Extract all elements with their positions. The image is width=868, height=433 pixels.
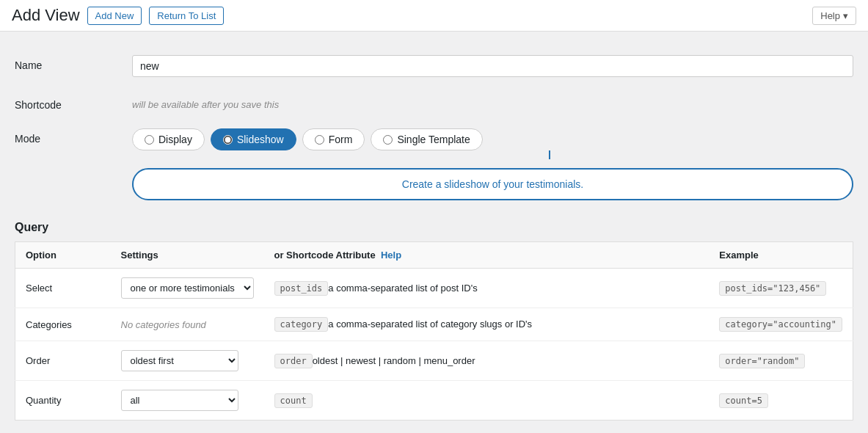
- page-title: Add View: [12, 6, 80, 25]
- col-header-example: Example: [709, 242, 853, 269]
- help-label: Help: [820, 10, 840, 21]
- query-shortcode-2: orderoldest | newest | random | menu_ord…: [264, 341, 710, 381]
- query-example-3: count=5: [709, 381, 853, 421]
- name-label: Name: [15, 55, 132, 71]
- chevron-down-icon: ▾: [843, 10, 848, 21]
- shortcode-badge-3: count: [274, 393, 313, 408]
- name-input[interactable]: [132, 55, 853, 77]
- query-table: Option Settings or Shortcode Attribute H…: [15, 241, 853, 421]
- query-settings-text-1: No categories found: [121, 319, 206, 330]
- col-header-settings: Settings: [111, 242, 264, 269]
- help-button[interactable]: Help ▾: [812, 7, 856, 25]
- top-bar: Add View Add New Return To List Help ▾: [0, 0, 868, 32]
- table-header-row: Option Settings or Shortcode Attribute H…: [15, 242, 853, 269]
- query-option-3: Quantity: [15, 381, 111, 421]
- query-settings-1: No categories found: [111, 308, 264, 341]
- query-option-0: Select: [15, 269, 111, 308]
- query-settings-0: one or more testimonials: [111, 269, 264, 308]
- shortcode-desc-1: a comma-separated list of category slugs…: [328, 319, 532, 330]
- mode-display-label: Display: [158, 134, 192, 145]
- query-select-2[interactable]: oldest first: [121, 350, 238, 371]
- mode-form-label: Form: [329, 134, 353, 145]
- query-example-1: category="accounting": [709, 308, 853, 341]
- mode-radio-display[interactable]: [145, 135, 154, 145]
- query-settings-2: oldest first: [111, 341, 264, 381]
- table-row: CategoriesNo categories foundcategorya c…: [15, 308, 853, 341]
- return-to-list-button[interactable]: Return To List: [149, 7, 224, 25]
- shortcode-attr-label: or Shortcode Attribute: [274, 250, 376, 261]
- table-row: Selectone or more testimonialspost_idsa …: [15, 269, 853, 308]
- name-row: Name: [15, 46, 853, 86]
- mode-option-slideshow[interactable]: Slideshow: [211, 128, 296, 150]
- shortcode-field-container: will be available after you save this: [132, 95, 853, 110]
- example-badge-3: count=5: [719, 393, 768, 408]
- col-header-option: Option: [15, 242, 111, 269]
- mode-field-container: Display Slideshow Form Single Template: [132, 128, 853, 200]
- col-header-shortcode: or Shortcode Attribute Help: [264, 242, 710, 269]
- query-section: Query Option Settings or Shortcode Attri…: [15, 221, 853, 421]
- connector-line: [549, 150, 550, 159]
- main-content: Name Shortcode will be available after y…: [0, 32, 868, 433]
- mode-radio-slideshow[interactable]: [223, 135, 233, 145]
- table-row: Quantityallcountcount=5: [15, 381, 853, 421]
- query-option-2: Order: [15, 341, 111, 381]
- shortcode-badge-1: category: [274, 317, 329, 332]
- shortcode-help-link[interactable]: Help: [381, 250, 401, 261]
- example-badge-1: category="accounting": [719, 317, 842, 332]
- shortcode-label: Shortcode: [15, 95, 132, 111]
- top-bar-left: Add View Add New Return To List: [12, 6, 224, 25]
- query-select-3[interactable]: all: [121, 390, 238, 411]
- query-shortcode-0: post_idsa comma-separated list of post I…: [264, 269, 710, 308]
- mode-slideshow-label: Slideshow: [237, 134, 284, 145]
- shortcode-placeholder-text: will be available after you save this: [132, 95, 853, 110]
- mode-single-template-label: Single Template: [397, 134, 470, 145]
- add-new-button[interactable]: Add New: [87, 7, 142, 25]
- mode-label: Mode: [15, 128, 132, 145]
- query-option-1: Categories: [15, 308, 111, 341]
- shortcode-badge-2: order: [274, 354, 313, 368]
- shortcode-badge-0: post_ids: [274, 281, 329, 296]
- mode-radio-form[interactable]: [315, 135, 324, 145]
- mode-option-form[interactable]: Form: [302, 128, 365, 150]
- example-badge-2: order="random": [719, 354, 805, 368]
- query-example-2: order="random": [709, 341, 853, 381]
- query-title: Query: [15, 221, 853, 234]
- query-shortcode-3: count: [264, 381, 710, 421]
- shortcode-row: Shortcode will be available after you sa…: [15, 86, 853, 120]
- slideshow-description: Create a slideshow of your testimonials.: [132, 168, 853, 200]
- name-field-container: [132, 55, 853, 77]
- query-settings-3: all: [111, 381, 264, 421]
- mode-options: Display Slideshow Form Single Template: [132, 128, 853, 150]
- shortcode-desc-0: a comma-separated list of post ID's: [328, 283, 477, 294]
- mode-option-single-template[interactable]: Single Template: [371, 128, 482, 150]
- query-select-0[interactable]: one or more testimonials: [121, 277, 254, 299]
- mode-radio-single-template[interactable]: [383, 135, 393, 145]
- mode-row: Mode Display Slideshow Form Single Templ…: [15, 120, 853, 209]
- mode-option-display[interactable]: Display: [132, 128, 205, 150]
- example-badge-0: post_ids="123,456": [719, 281, 826, 296]
- table-row: Orderoldest firstorderoldest | newest | …: [15, 341, 853, 381]
- query-example-0: post_ids="123,456": [709, 269, 853, 308]
- shortcode-desc-2: oldest | newest | random | menu_order: [313, 355, 475, 366]
- query-shortcode-1: categorya comma-separated list of catego…: [264, 308, 710, 341]
